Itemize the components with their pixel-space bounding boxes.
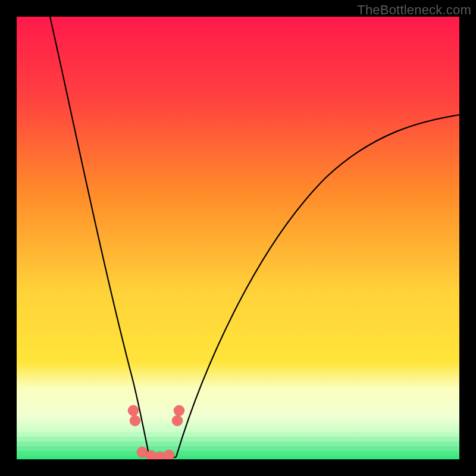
watermark-text: TheBottleneck.com [357,2,471,18]
svg-point-12 [174,405,184,416]
svg-point-11 [172,415,183,426]
chart-frame [17,17,459,459]
chart-svg [17,17,459,459]
svg-point-5 [128,405,139,416]
bottleneck-curve-chart [17,17,459,459]
gradient-background [17,17,459,459]
svg-point-10 [164,450,174,459]
svg-point-6 [130,415,140,426]
